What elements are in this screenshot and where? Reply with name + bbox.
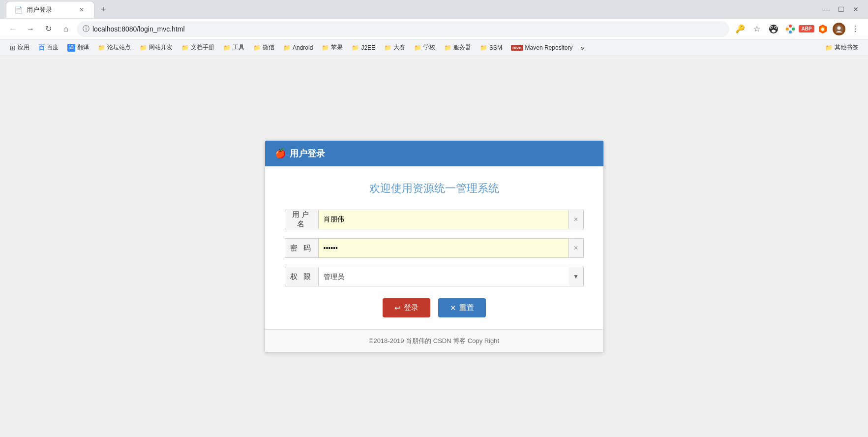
svg-point-7: [774, 28, 776, 30]
bookmark-label: 服务器: [453, 43, 471, 52]
bookmark-label: 百度: [47, 43, 59, 52]
folder-icon: 📁: [322, 44, 329, 51]
bookmark-translate[interactable]: 译 翻译: [63, 41, 93, 54]
bookmark-label: SSM: [489, 44, 502, 51]
brave-extension-icon[interactable]: [816, 22, 830, 36]
url-text: localhost:8080/login_mvc.html: [92, 25, 185, 33]
login-button-label: 登录: [404, 303, 419, 312]
username-row: 用户名 ✕: [285, 210, 584, 229]
forward-button[interactable]: →: [24, 22, 37, 36]
bookmark-contest[interactable]: 📁 大赛: [380, 41, 409, 54]
login-header: 🍎 用户登录: [265, 141, 603, 166]
bookmark-apps[interactable]: ⊞ 应用: [6, 41, 33, 54]
bookmark-label: Android: [293, 44, 313, 51]
login-body: 欢迎使用资源统一管理系统 用户名 ✕ 密 码 ✕ 权 限: [265, 166, 603, 317]
password-clear-button[interactable]: ✕: [569, 238, 584, 258]
tab-close-button[interactable]: ✕: [77, 5, 86, 14]
bookmark-school[interactable]: 📁 学校: [410, 41, 439, 54]
password-row: 密 码 ✕: [285, 238, 584, 258]
panda-extension-icon[interactable]: [767, 22, 780, 36]
back-button[interactable]: ←: [6, 22, 20, 36]
bookmark-ssm[interactable]: 📁 SSM: [476, 42, 506, 53]
bookmark-apple[interactable]: 📁 苹果: [318, 41, 347, 54]
close-button[interactable]: ✕: [849, 3, 862, 16]
password-manager-icon[interactable]: 🔑: [733, 22, 747, 36]
user-avatar[interactable]: [833, 23, 845, 35]
login-card: 🍎 用户登录 欢迎使用资源统一管理系统 用户名 ✕ 密 码 ✕: [265, 140, 604, 353]
tab-title: 用户登录: [27, 5, 52, 14]
bookmark-forum[interactable]: 📁 论坛站点: [94, 41, 135, 54]
login-header-title: 用户登录: [290, 148, 325, 159]
tab-strip: 📄 用户登录 ✕ +: [6, 1, 110, 18]
folder-icon: 📁: [480, 44, 487, 51]
bookmark-label: 苹果: [331, 43, 343, 52]
bookmark-label: J2EE: [361, 44, 375, 51]
title-bar: 📄 用户登录 ✕ + — ☐ ✕: [0, 0, 868, 19]
role-select[interactable]: 管理员 普通用户 访客: [318, 267, 584, 286]
page-content: 🍎 用户登录 欢迎使用资源统一管理系统 用户名 ✕ 密 码 ✕: [0, 56, 868, 437]
bookmark-baidu[interactable]: 百 百度: [34, 41, 62, 54]
bookmark-tools[interactable]: 📁 工具: [219, 41, 248, 54]
more-menu-button[interactable]: ⋮: [848, 22, 862, 36]
security-icon: ⓘ: [83, 25, 90, 33]
bookmark-wechat[interactable]: 📁 微信: [249, 41, 278, 54]
toolbar-right: 🔑 ☆: [733, 22, 862, 36]
folder-icon: 📁: [414, 44, 421, 51]
folder-icon: 📁: [140, 44, 147, 51]
bookmark-label: 翻译: [77, 43, 89, 52]
svg-point-5: [772, 30, 776, 32]
more-bookmarks-button[interactable]: »: [577, 42, 587, 54]
password-label: 密 码: [285, 238, 318, 258]
bookmark-label: 应用: [18, 43, 30, 52]
reset-button[interactable]: ✕ 重置: [438, 298, 486, 317]
welcome-title: 欢迎使用资源统一管理系统: [285, 181, 584, 196]
folder-icon: 📁: [444, 44, 451, 51]
bookmark-label: Maven Repository: [525, 44, 573, 51]
username-label: 用户名: [285, 210, 318, 229]
home-button[interactable]: ⌂: [59, 22, 73, 36]
button-row: ↩ 登录 ✕ 重置: [285, 298, 584, 317]
role-select-wrapper: 管理员 普通用户 访客 ▼: [318, 267, 584, 286]
folder-icon: 📁: [825, 44, 833, 51]
bookmark-android[interactable]: 📁 Android: [279, 42, 317, 53]
copyright-text: ©2018-2019 肖朋伟的 CSDN 博客 Copy Right: [369, 337, 499, 344]
folder-icon: 📁: [253, 44, 261, 51]
url-bar[interactable]: ⓘ localhost:8080/login_mvc.html: [77, 21, 729, 37]
baidu-icon: 百: [38, 43, 45, 52]
minimize-button[interactable]: —: [820, 3, 833, 16]
adblock-badge: ABP: [799, 25, 814, 32]
tab-favicon: 📄: [14, 6, 23, 14]
adblock-icon[interactable]: ABP: [800, 23, 813, 35]
login-button[interactable]: ↩ 登录: [383, 298, 430, 317]
bookmark-label: 大赛: [393, 43, 405, 52]
bookmark-maven[interactable]: mvn Maven Repository: [507, 42, 576, 53]
bookmark-label: 学校: [423, 43, 435, 52]
maximize-button[interactable]: ☐: [835, 3, 847, 16]
bookmark-label: 网站开发: [149, 43, 173, 52]
bookmark-server[interactable]: 📁 服务器: [440, 41, 475, 54]
reload-button[interactable]: ↻: [41, 22, 55, 36]
bookmark-docs[interactable]: 📁 文档手册: [178, 41, 218, 54]
role-row: 权 限 管理员 普通用户 访客 ▼: [285, 267, 584, 286]
username-input[interactable]: [318, 210, 569, 229]
username-clear-button[interactable]: ✕: [569, 210, 584, 229]
new-tab-button[interactable]: +: [96, 2, 110, 16]
password-input[interactable]: [318, 238, 569, 258]
bookmark-j2ee[interactable]: 📁 J2EE: [348, 42, 379, 53]
folder-icon: 📁: [223, 44, 231, 51]
other-bookmarks-label: 其他书签: [835, 43, 858, 52]
window-controls: — ☐ ✕: [820, 3, 862, 16]
role-label: 权 限: [285, 267, 318, 286]
other-bookmarks-button[interactable]: 📁 其他书签: [821, 41, 862, 54]
colorful-extension-icon[interactable]: [783, 22, 797, 36]
folder-icon: 📁: [98, 44, 105, 51]
svg-point-10: [792, 28, 795, 31]
active-tab[interactable]: 📄 用户登录 ✕: [6, 1, 94, 18]
apple-icon: 🍎: [275, 148, 286, 159]
bookmark-webdev[interactable]: 📁 网站开发: [136, 41, 177, 54]
maven-icon: mvn: [511, 45, 523, 51]
address-bar: ← → ↻ ⌂ ⓘ localhost:8080/login_mvc.html …: [0, 19, 868, 39]
login-footer: ©2018-2019 肖朋伟的 CSDN 博客 Copy Right: [265, 329, 603, 352]
svg-point-9: [789, 25, 792, 28]
bookmark-star-icon[interactable]: ☆: [750, 22, 764, 36]
